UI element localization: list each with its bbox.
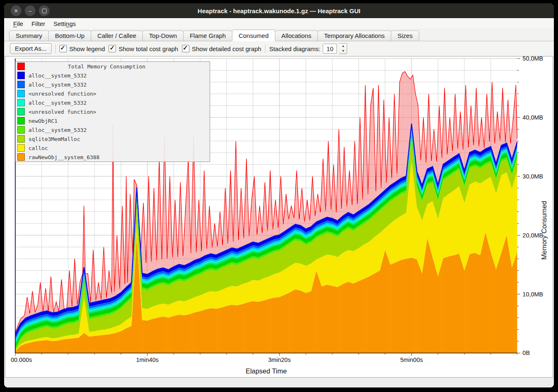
tab-bar: SummaryBottom-UpCaller / CalleeTop-DownF… bbox=[4, 29, 554, 41]
tab-allocations[interactable]: Allocations bbox=[275, 31, 318, 41]
maximize-icon bbox=[42, 9, 47, 13]
chart-legend: Total Memory Consumptionalloc__system_53… bbox=[15, 61, 210, 162]
legend-swatch bbox=[17, 99, 25, 106]
export-as-button[interactable]: Export As... bbox=[10, 43, 52, 54]
status-strip bbox=[4, 378, 554, 387]
legend-label: sqlite3MemMalloc bbox=[28, 136, 80, 142]
legend-item: alloc__system_5332 bbox=[16, 80, 210, 89]
legend-label: alloc__system_5332 bbox=[28, 127, 87, 133]
maximize-button[interactable] bbox=[39, 5, 50, 16]
legend-swatch-total bbox=[17, 63, 25, 70]
legend-label: alloc__system_5332 bbox=[28, 73, 87, 79]
legend-item: alloc__system_5332 bbox=[16, 71, 210, 80]
legend-label: alloc__system_5332 bbox=[28, 82, 87, 88]
spinner-buttons: ▲ ▼ bbox=[339, 43, 347, 54]
y-tick-label: 40,0MB bbox=[523, 114, 543, 121]
legend-label: newObjRC1 bbox=[28, 118, 57, 124]
legend-item: sqlite3MemMalloc bbox=[16, 134, 210, 143]
spinner-up-icon[interactable]: ▲ bbox=[339, 44, 347, 49]
legend-label: rawNewObj__system_6388 bbox=[28, 154, 99, 160]
stacked-diagrams-value[interactable]: 10 bbox=[323, 44, 337, 54]
checkbox-label: Show legend bbox=[69, 45, 105, 52]
stacked-diagrams-spinner: Stacked diagrams: 10 ▲ ▼ bbox=[269, 43, 347, 54]
legend-item: calloc bbox=[16, 143, 210, 153]
consumed-chart-widget: 00.000s1min40s3min20s5min00s0B10,0MB20,0… bbox=[5, 56, 553, 378]
y-tick-label: 10,0MB bbox=[523, 291, 543, 298]
y-tick-label: 0B bbox=[523, 350, 530, 356]
legend-item: alloc__system_5332 bbox=[16, 125, 210, 134]
window-title: Heaptrack - heaptrack.wakunode.1.gz — He… bbox=[4, 7, 554, 14]
checkbox-show-legend[interactable]: ✓Show legend bbox=[59, 45, 105, 52]
checkbox-box[interactable]: ✓ bbox=[182, 45, 189, 52]
legend-label: <unresolved function> bbox=[28, 91, 96, 97]
legend-label: calloc bbox=[28, 145, 48, 151]
tab-summary[interactable]: Summary bbox=[9, 31, 49, 41]
x-tick-label: 00.000s bbox=[11, 357, 32, 363]
stacked-diagrams-label: Stacked diagrams: bbox=[269, 45, 320, 52]
x-tick-label: 1min40s bbox=[136, 357, 159, 363]
checkbox-show-detailed-cost-graph[interactable]: ✓Show detailed cost graph bbox=[182, 45, 261, 52]
legend-label: <unresolved function> bbox=[28, 109, 96, 115]
toolbar: Export As... ✓Show legend✓Show total cos… bbox=[4, 41, 554, 56]
menu-item-settings[interactable]: Settings bbox=[50, 19, 80, 28]
legend-swatch bbox=[17, 153, 25, 161]
x-tick-label: 3min20s bbox=[268, 357, 291, 363]
legend-swatch bbox=[17, 117, 25, 124]
y-axis-title: Memory Consumed bbox=[540, 201, 548, 260]
legend-swatch bbox=[17, 72, 25, 79]
tab-top-down[interactable]: Top-Down bbox=[142, 31, 184, 41]
tab-caller-callee[interactable]: Caller / Callee bbox=[91, 31, 143, 41]
checkbox-show-total-cost-graph[interactable]: ✓Show total cost graph bbox=[109, 45, 178, 52]
menu-item-filter[interactable]: Filter bbox=[27, 19, 49, 28]
tab-bottom-up[interactable]: Bottom-Up bbox=[48, 31, 91, 41]
title-bar[interactable]: ✕ – Heaptrack - heaptrack.wakunode.1.gz … bbox=[4, 3, 554, 18]
x-tick-label: 5min00s bbox=[400, 357, 423, 363]
tab-temporary-allocations[interactable]: Temporary Allocations bbox=[317, 31, 391, 41]
checkbox-box[interactable]: ✓ bbox=[109, 45, 116, 52]
toolbar-separator bbox=[265, 44, 265, 53]
legend-title-row: Total Memory Consumption bbox=[16, 62, 210, 71]
checkbox-box[interactable]: ✓ bbox=[59, 45, 67, 52]
heaptrack-window: ✕ – Heaptrack - heaptrack.wakunode.1.gz … bbox=[4, 3, 554, 387]
legend-swatch bbox=[17, 144, 25, 152]
legend-title: Total Memory Consumption bbox=[28, 63, 210, 70]
y-tick-label: 30,0MB bbox=[523, 173, 543, 180]
legend-swatch bbox=[17, 126, 25, 134]
close-button[interactable]: ✕ bbox=[11, 5, 21, 16]
minimize-button[interactable]: – bbox=[25, 5, 35, 16]
x-axis-title: Elapsed Time bbox=[246, 367, 287, 375]
legend-swatch bbox=[17, 81, 25, 88]
tab-sizes[interactable]: Sizes bbox=[391, 31, 419, 41]
tab-consumed[interactable]: Consumed bbox=[232, 30, 275, 41]
legend-swatch bbox=[17, 135, 25, 143]
legend-item: <unresolved function> bbox=[16, 107, 210, 116]
menu-bar: FileFilterSettings bbox=[4, 18, 554, 29]
legend-item: alloc__system_5332 bbox=[16, 98, 210, 107]
tab-flame-graph[interactable]: Flame Graph bbox=[183, 31, 233, 41]
legend-item: <unresolved function> bbox=[16, 89, 210, 98]
menu-item-file[interactable]: File bbox=[9, 19, 27, 28]
legend-item: newObjRC1 bbox=[16, 116, 210, 125]
window-controls: ✕ – bbox=[11, 5, 50, 16]
legend-swatch bbox=[17, 108, 25, 115]
y-tick-label: 50,0MB bbox=[523, 56, 543, 62]
checkbox-label: Show detailed cost graph bbox=[192, 45, 261, 52]
legend-swatch bbox=[17, 90, 25, 97]
legend-label: alloc__system_5332 bbox=[28, 100, 87, 106]
legend-item: rawNewObj__system_6388 bbox=[16, 153, 210, 162]
spinner-down-icon[interactable]: ▼ bbox=[339, 49, 347, 54]
toolbar-separator bbox=[55, 44, 56, 53]
checkbox-label: Show total cost graph bbox=[118, 45, 178, 52]
